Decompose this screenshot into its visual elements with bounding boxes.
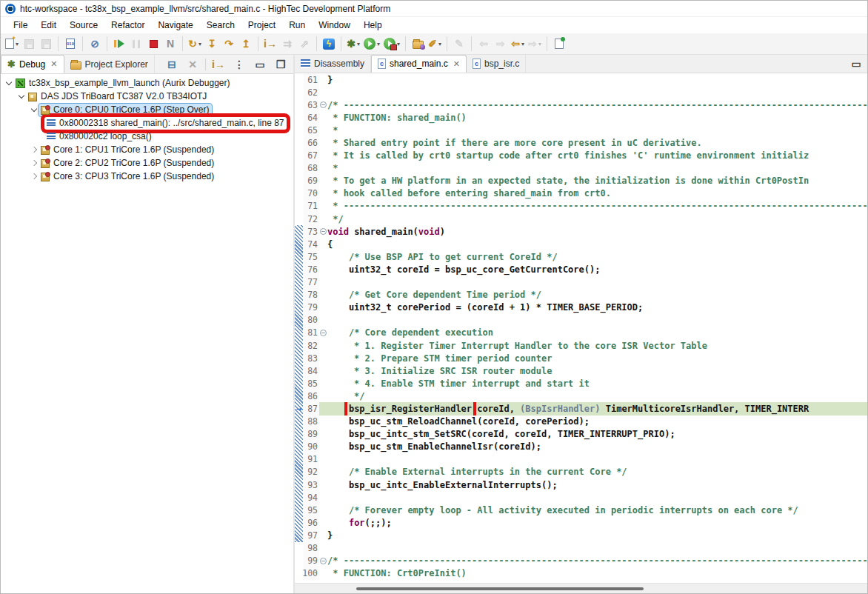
debug-button[interactable]: ✱▾ [345,35,361,53]
restart-button[interactable]: ↻▾ [187,35,203,53]
remove-all-terminated-button[interactable]: ✕ [184,56,201,73]
menu-edit[interactable]: Edit [34,19,63,32]
close-tab-icon[interactable]: ✕ [453,59,460,69]
skip-all-breakpoints-button[interactable]: ⊘ [87,35,103,53]
chevron-down-icon[interactable] [4,81,13,84]
dropdown-arrow-icon[interactable]: ▾ [397,41,400,47]
menu-help[interactable]: Help [357,19,389,32]
tree-row[interactable]: 0x80002318 shared_main(): ../src/shared_… [1,116,293,130]
collapse-fold-icon[interactable]: – [320,558,327,564]
dropdown-arrow-icon[interactable]: ▾ [438,41,441,47]
menu-navigate[interactable]: Navigate [151,19,199,32]
collapse-fold-icon[interactable]: – [320,101,327,108]
horizontal-scrollbar-thumb[interactable] [356,587,644,590]
view-tab-debug[interactable]: ✱Debug✕ [1,55,64,73]
tree-node-content[interactable]: DAS JDS TriBoard TC387 V2.0 TB34IOTJ [26,90,209,103]
view-menu-button[interactable]: ⋮ [231,56,247,73]
tree-node-content[interactable]: 0x800020c2 loop_csa() [44,130,154,143]
run-button[interactable]: ▾ [362,35,381,53]
tree-node-content[interactable]: tc38x_bsp_example_llvm_launch (Aurix Deb… [13,77,232,90]
dropdown-arrow-icon[interactable]: ▾ [538,41,541,47]
save-button[interactable] [21,35,37,53]
tree-node-content[interactable]: Core 3: CPU3 TriCore 1.6P (Suspended) [39,170,216,183]
dropdown-arrow-icon[interactable]: ▾ [357,41,360,47]
resume-button[interactable] [111,35,127,53]
tree-row[interactable]: Core 2: CPU2 TriCore 1.6P (Suspended) [1,156,293,170]
next-edit-location-button[interactable]: ⇨ [493,35,509,53]
tree-row[interactable]: Core 0: CPU0 TriCore 1.6P (Step Over) [1,103,293,116]
tree-node-content[interactable]: Core 2: CPU2 TriCore 1.6P (Suspended) [39,157,216,170]
menu-window[interactable]: Window [312,19,357,32]
line-number: 92 [304,466,319,478]
stack-frame-annotation-box[interactable]: 0x80002318 shared_main(): ../src/shared_… [44,117,287,130]
tree-row[interactable]: tc38x_bsp_example_llvm_launch (Aurix Deb… [1,76,293,90]
suspend-button[interactable] [128,35,144,53]
editor-tab-bsp-isr-c[interactable]: bsp_isr.c [467,55,526,73]
dropdown-arrow-icon[interactable]: ▾ [521,41,524,47]
code-line-body: */ [319,213,867,225]
back-button[interactable]: ⇦▾ [510,35,526,53]
chevron-right-icon[interactable] [29,174,39,178]
code-line: 88 bsp_uc_stm_ReloadChannel(coreId, core… [295,416,867,428]
step-into-button[interactable]: ↧ [204,35,220,53]
code-text: } [327,75,333,85]
external-tools-button[interactable]: ▾ [382,35,401,53]
editor-tab-shared-main-c[interactable]: shared_main.c✕ [371,55,467,73]
mark-occurrences-button[interactable]: ✎ [451,35,467,53]
chevron-down-icon[interactable] [29,108,39,111]
horizontal-scrollbar[interactable] [295,583,867,593]
chevron-right-icon[interactable] [29,161,39,165]
source-code-editor[interactable]: 61}6263–/* -----------------------------… [295,73,867,583]
drop-to-frame-button[interactable]: ⇗ [296,35,313,53]
menu-source[interactable]: Source [63,19,104,32]
tree-row[interactable]: Core 1: CPU1 TriCore 1.6P (Suspended) [1,143,293,156]
code-line-body: */ [319,390,867,402]
flash-programmer-button[interactable] [321,35,337,53]
code-line: 100 * FUNCTION: Crt0PreInit() [295,567,867,580]
minimize-editor-button[interactable]: ▭ [848,55,864,73]
new-binary-config-button[interactable] [62,35,79,53]
menu-refactor[interactable]: Refactor [104,19,151,32]
maximize-view-button[interactable]: ❒ [273,56,289,73]
forward-button[interactable]: ⇨▾ [527,35,543,53]
last-edit-location-button[interactable] [551,35,567,53]
disconnect-button[interactable]: N [162,35,178,53]
collapse-fold-icon[interactable]: – [320,228,327,235]
step-over-button[interactable]: ↷ [221,35,237,53]
menu-file[interactable]: File [7,19,34,32]
collapse-fold-icon[interactable]: – [320,330,327,336]
tree-row[interactable]: DAS JDS TriBoard TC387 V2.0 TB34IOTJ [1,90,293,103]
dropdown-arrow-icon[interactable]: ▾ [377,41,380,47]
cpu-core-icon [41,173,50,181]
line-number: 95 [304,504,319,516]
menu-search[interactable]: Search [200,19,241,32]
close-tab-icon[interactable]: ✕ [50,59,57,69]
step-return-button[interactable]: ↥ [238,35,254,53]
minimize-view-button[interactable]: ▭ [252,56,268,73]
tree-node-content[interactable]: Core 0: CPU0 TriCore 1.6P (Step Over) [39,104,212,116]
previous-edit-location-button[interactable]: ⇦ [475,35,492,53]
open-run-config-button[interactable] [410,35,426,53]
view-tab-project-explorer[interactable]: Project Explorer [64,55,155,73]
target-board-icon [28,93,37,101]
flash-download-button[interactable]: ✐▾ [427,35,443,53]
terminate-button[interactable] [145,35,161,53]
new-wizard-button[interactable]: ▾ [4,35,20,53]
chevron-right-icon[interactable] [29,147,39,152]
dropdown-arrow-icon[interactable]: ▾ [198,41,201,47]
collapse-all-button[interactable]: ⊟ [164,56,180,73]
tree-node-content[interactable]: Core 1: CPU1 TriCore 1.6P (Suspended) [39,144,216,156]
code-line: 69 * To get a HW platform in an expected… [295,175,867,187]
debug-launch-tree[interactable]: tc38x_bsp_example_llvm_launch (Aurix Deb… [1,74,293,593]
instruction-stepping-mode-button[interactable]: i→ [210,56,227,73]
chevron-down-icon[interactable] [16,95,26,98]
save-all-button[interactable] [38,35,54,53]
menu-project[interactable]: Project [241,19,282,32]
tree-row[interactable]: 0x800020c2 loop_csa() [1,130,293,143]
tree-row[interactable]: Core 3: CPU3 TriCore 1.6P (Suspended) [1,170,293,183]
editor-tab-disassembly[interactable]: Disassembly [295,55,371,73]
menu-run[interactable]: Run [282,19,312,32]
toolbar-separator [547,36,547,51]
instruction-stepping-button[interactable]: i→ [262,35,278,53]
use-step-filters-button[interactable]: ⇉ [279,35,296,53]
